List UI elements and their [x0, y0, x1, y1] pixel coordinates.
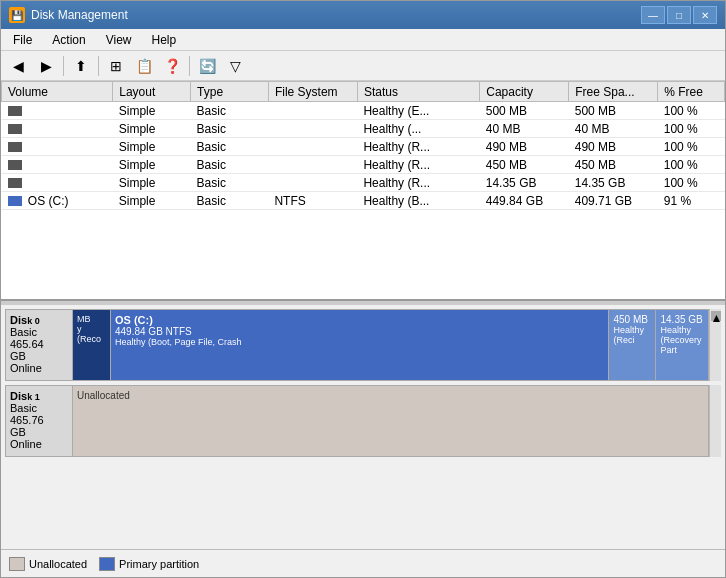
close-button[interactable]: ✕	[693, 6, 717, 24]
cell-pct-2: 100 %	[658, 138, 725, 156]
cell-free-0: 500 MB	[569, 102, 658, 120]
cell-free-3: 450 MB	[569, 156, 658, 174]
cell-type-1: Basic	[191, 120, 269, 138]
table-row[interactable]: OS (C:) Simple Basic NTFS Healthy (B... …	[2, 192, 725, 210]
toolbar-back[interactable]: ◀	[5, 54, 31, 78]
cell-type-4: Basic	[191, 174, 269, 192]
toolbar-up[interactable]: ⬆	[68, 54, 94, 78]
partition-recovery-14gb[interactable]: 14.35 GB Healthy (Recovery Part	[656, 310, 708, 380]
partition-os[interactable]: OS (C:) 449.84 GB NTFS Healthy (Boot, Pa…	[111, 310, 609, 380]
cell-capacity-2: 490 MB	[480, 138, 569, 156]
legend-primary-box	[99, 557, 115, 571]
cell-volume-4	[2, 174, 113, 192]
window-title: Disk Management	[31, 8, 128, 22]
toolbar-refresh[interactable]: 🔄	[194, 54, 220, 78]
disk-1-unit: GB	[10, 350, 68, 362]
disk-map-area: Disk 0 Basic 465.64 GB Online MB y (Reco…	[1, 305, 725, 549]
partition-recovery-450[interactable]: 450 MB Healthy (Reci	[609, 310, 656, 380]
cell-pct-0: 100 %	[658, 102, 725, 120]
table-row[interactable]: Simple Basic Healthy (R... 450 MB 450 MB…	[2, 156, 725, 174]
cell-volume-label-5: OS (C:)	[28, 194, 69, 208]
cell-volume-0	[2, 102, 113, 120]
col-header-freespace: Free Spa...	[569, 82, 658, 102]
partition-os-size: 449.84 GB NTFS	[115, 326, 604, 337]
cell-capacity-5: 449.84 GB	[480, 192, 569, 210]
cell-pct-3: 100 %	[658, 156, 725, 174]
partition-sublabel: y (Reco	[77, 324, 106, 344]
toolbar-show-hide[interactable]: ⊞	[103, 54, 129, 78]
cell-capacity-4: 14.35 GB	[480, 174, 569, 192]
cell-volume-3	[2, 156, 113, 174]
toolbar-separator-2	[98, 56, 99, 76]
disk-2-scroll	[709, 385, 721, 457]
cell-fs-4	[268, 174, 357, 192]
legend-unallocated: Unallocated	[9, 557, 87, 571]
toolbar-view[interactable]: ▽	[222, 54, 248, 78]
legend-area: Unallocated Primary partition	[1, 549, 725, 577]
minimize-button[interactable]: —	[641, 6, 665, 24]
partition-os-label: OS (C:)	[115, 314, 604, 326]
disk-1-partitions: MB y (Reco OS (C:) 449.84 GB NTFS Health…	[73, 309, 709, 381]
cell-layout-4: Simple	[113, 174, 191, 192]
scroll-up-btn[interactable]: ▲	[711, 311, 721, 321]
disk-scroll: ▲	[709, 309, 721, 381]
cell-type-2: Basic	[191, 138, 269, 156]
col-header-volume: Volume	[2, 82, 113, 102]
cell-type-5: Basic	[191, 192, 269, 210]
cell-capacity-0: 500 MB	[480, 102, 569, 120]
disk-1-status: Online	[10, 362, 68, 374]
partition-unallocated[interactable]: Unallocated	[73, 386, 708, 456]
cell-status-2: Healthy (R...	[357, 138, 479, 156]
toolbar-help2[interactable]: ❓	[159, 54, 185, 78]
col-header-freepct: % Free	[658, 82, 725, 102]
disk-2-type: Basic	[10, 402, 68, 414]
cell-pct-5: 91 %	[658, 192, 725, 210]
disk-row-2: Disk 1 Basic 465.76 GB Online Unallocate…	[5, 385, 721, 457]
title-bar-controls: — □ ✕	[641, 6, 717, 24]
disk-1-type: Basic	[10, 326, 68, 338]
unalloc-label: Unallocated	[77, 390, 704, 401]
disk-label-1: Disk 0 Basic 465.64 GB Online	[5, 309, 73, 381]
cell-layout-0: Simple	[113, 102, 191, 120]
cell-fs-5: NTFS	[268, 192, 357, 210]
cell-layout-1: Simple	[113, 120, 191, 138]
cell-layout-5: Simple	[113, 192, 191, 210]
menu-view[interactable]: View	[98, 31, 140, 49]
cell-type-0: Basic	[191, 102, 269, 120]
toolbar-forward[interactable]: ▶	[33, 54, 59, 78]
cell-status-4: Healthy (R...	[357, 174, 479, 192]
menu-bar: File Action View Help	[1, 29, 725, 51]
table-row[interactable]: Simple Basic Healthy (R... 490 MB 490 MB…	[2, 138, 725, 156]
col-header-type: Type	[191, 82, 269, 102]
cell-free-5: 409.71 GB	[569, 192, 658, 210]
disk-2-name: Disk 1	[10, 390, 68, 402]
partition-recovery-1[interactable]: MB y (Reco	[73, 310, 111, 380]
col-header-capacity: Capacity	[480, 82, 569, 102]
disk-label-2: Disk 1 Basic 465.76 GB Online	[5, 385, 73, 457]
cell-type-3: Basic	[191, 156, 269, 174]
maximize-button[interactable]: □	[667, 6, 691, 24]
disk-management-window: 💾 Disk Management — □ ✕ File Action View…	[0, 0, 726, 578]
menu-action[interactable]: Action	[44, 31, 93, 49]
legend-primary-label: Primary partition	[119, 558, 199, 570]
disk-2-partitions: Unallocated	[73, 385, 709, 457]
partition-os-status: Healthy (Boot, Page File, Crash	[115, 337, 604, 347]
menu-help[interactable]: Help	[144, 31, 185, 49]
volume-table: Volume Layout Type File System Status Ca…	[1, 81, 725, 210]
table-row[interactable]: Simple Basic Healthy (... 40 MB 40 MB 10…	[2, 120, 725, 138]
table-row[interactable]: Simple Basic Healthy (E... 500 MB 500 MB…	[2, 102, 725, 120]
cell-free-4: 14.35 GB	[569, 174, 658, 192]
toolbar-separator-3	[189, 56, 190, 76]
cell-free-1: 40 MB	[569, 120, 658, 138]
cell-layout-2: Simple	[113, 138, 191, 156]
menu-file[interactable]: File	[5, 31, 40, 49]
table-row[interactable]: Simple Basic Healthy (R... 14.35 GB 14.3…	[2, 174, 725, 192]
col-header-layout: Layout	[113, 82, 191, 102]
legend-unallocated-label: Unallocated	[29, 558, 87, 570]
cell-status-5: Healthy (B...	[357, 192, 479, 210]
disk-2-unit: GB	[10, 426, 68, 438]
cell-pct-1: 100 %	[658, 120, 725, 138]
disk-2-size: 465.76	[10, 414, 68, 426]
toolbar-properties[interactable]: 📋	[131, 54, 157, 78]
disk-row-1: Disk 0 Basic 465.64 GB Online MB y (Reco…	[5, 309, 721, 381]
